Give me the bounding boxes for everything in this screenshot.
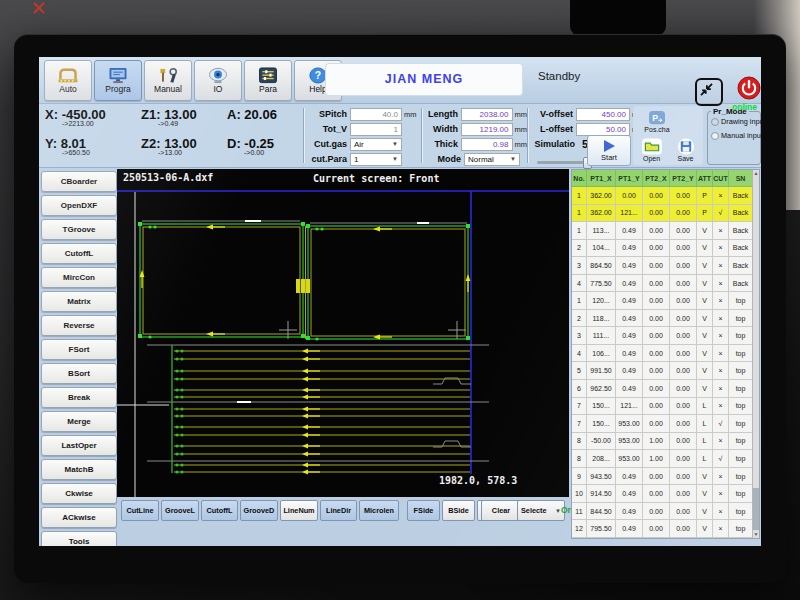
table-row[interactable]: 3111...0.490.000.00V×top [572, 327, 753, 345]
table-row[interactable]: 1362.00121...0.000.00P√Back [572, 205, 753, 223]
chevron-down-icon: ▼ [510, 156, 516, 162]
cutoffl-button[interactable]: CutoffL [201, 500, 238, 521]
grooved-button[interactable]: GrooveD [240, 500, 278, 521]
save-button[interactable]: Save [669, 136, 702, 164]
table-cell: top [729, 310, 753, 328]
table-cell: 0.49 [616, 362, 643, 380]
microlen-button[interactable]: Microlen [359, 500, 399, 521]
table-cell: V [697, 380, 713, 398]
mode-dropdown[interactable]: Normal▼ [464, 153, 520, 166]
cutline-button[interactable]: CutLine [121, 500, 159, 521]
table-row[interactable]: 1362.000.000.000.00P×Back [572, 187, 753, 205]
table-row[interactable]: 4775.500.490.000.00V×Back [572, 275, 753, 293]
sidebar-item-break[interactable]: Break [41, 387, 117, 408]
restore-window-button[interactable] [695, 78, 723, 106]
cut-list-table: No.PT1_XPT1_YPT2_XPT2_YATTCUTSN 1362.000… [571, 169, 760, 539]
table-row[interactable]: 3864.500.490.000.00V×Back [572, 257, 753, 275]
sidebar-item-matrix[interactable]: Matrix [41, 291, 117, 312]
loffset-field[interactable]: 50.00 [576, 123, 630, 136]
radio-manual-input[interactable]: Manual input [711, 131, 758, 140]
axis-y-readout: Y: 8.01 ->650.50 [45, 136, 141, 165]
table-row[interactable]: 10914.500.490.000.00V×top [572, 485, 753, 503]
radio-drawing-input[interactable]: Drawing inpu [711, 117, 758, 126]
table-row[interactable]: 1120...0.490.000.00V×top [572, 292, 753, 310]
table-cell: Back [729, 275, 753, 293]
monitor-stand [336, 584, 466, 600]
bside-button[interactable]: BSide [442, 500, 475, 521]
sidebar-item-fsort[interactable]: FSort [41, 339, 117, 360]
table-cell: × [713, 327, 729, 345]
table-row[interactable]: 7150...953.000.000.00L√top [572, 415, 753, 433]
length-field[interactable]: 2038.00 [461, 108, 513, 121]
start-button[interactable]: Start [587, 135, 631, 166]
toolbar-button-io[interactable]: IO [194, 60, 242, 101]
table-cell: 1.00 [643, 433, 670, 451]
table-cell: 0.00 [643, 292, 670, 310]
sidebar-item-lastoper[interactable]: LastOper [41, 435, 117, 456]
scroll-down-icon[interactable]: ▼ [753, 531, 759, 538]
linenum-button[interactable]: LineNum [280, 500, 318, 521]
voffset-label: V-offset [531, 109, 576, 119]
table-cell: 4 [572, 275, 587, 293]
table-row[interactable]: 7150...121...0.000.00L×top [572, 398, 753, 416]
toolbar-button-para[interactable]: Para [244, 60, 292, 101]
table-row[interactable]: 11844.500.490.000.00V×top [572, 503, 753, 521]
table-row[interactable]: 2118...0.490.000.00V×top [572, 310, 753, 328]
sidebar-item-opendxf[interactable]: OpenDXF [41, 195, 117, 216]
clear-button[interactable]: Clear [481, 500, 521, 521]
thick-field[interactable]: 0.98 [461, 138, 513, 151]
sidebar-item-ackwise[interactable]: ACkwise [41, 507, 117, 528]
table-row[interactable]: 12795.500.490.000.00V×top [572, 520, 753, 538]
power-button[interactable] [737, 76, 761, 100]
sidebar-item-matchb[interactable]: MatchB [41, 459, 117, 480]
sidebar-item-tools[interactable]: Tools [41, 531, 117, 546]
sidebar-item-reverse[interactable]: Reverse [41, 315, 117, 336]
sidebar-item-tgroove[interactable]: TGroove [41, 219, 117, 240]
groovel-button[interactable]: GrooveL [161, 500, 199, 521]
voffset-field[interactable]: 450.00 [576, 108, 630, 121]
width-label: Width [427, 124, 461, 134]
table-cell: 844.50 [587, 503, 616, 521]
table-cell: 11 [572, 503, 587, 521]
sidebar-item-cboarder[interactable]: CBoarder [41, 171, 117, 192]
pos-change-button[interactable]: P Pos.cha [637, 107, 677, 136]
column-header: PT1_X [587, 170, 616, 187]
toolbar-button-progra[interactable]: Progra [94, 60, 142, 101]
spitch-field[interactable]: 40.0 [350, 108, 402, 121]
table-row[interactable]: 8-50.00953.001.000.00L×top [572, 433, 753, 451]
table-row[interactable]: 6962.500.490.000.00V×top [572, 380, 753, 398]
table-row[interactable]: 2104...0.490.000.00V×Back [572, 240, 753, 258]
width-field[interactable]: 1219.00 [461, 123, 513, 136]
totv-field[interactable]: 1 [350, 123, 402, 136]
table-row[interactable]: 4106...0.490.000.00V×top [572, 345, 753, 363]
cutpara-dropdown[interactable]: 1▼ [350, 153, 402, 166]
table-cell: 121... [616, 205, 643, 223]
sidebar-item-merge[interactable]: Merge [41, 411, 117, 432]
sidebar-item-cutoffl[interactable]: CutoffL [41, 243, 117, 264]
toolbar-button-manual[interactable]: Manual [144, 60, 192, 101]
table-row[interactable]: 1113...0.490.000.00V×Back [572, 222, 753, 240]
table-row[interactable]: 8208...953.001.000.00L√top [572, 450, 753, 468]
table-cell: 914.50 [587, 485, 616, 503]
scroll-thumb[interactable] [753, 488, 759, 530]
scroll-up-icon[interactable]: ▲ [753, 170, 759, 177]
select-dropdown[interactable]: Selecte ▼ [517, 500, 565, 521]
toolbar-button-auto[interactable]: Auto [44, 60, 92, 101]
table-cell: 0.00 [670, 205, 697, 223]
table-row[interactable]: 5991.500.490.000.00V×top [572, 362, 753, 380]
toolbar-button-label: Manual [154, 84, 182, 94]
drawing-canvas[interactable]: 250513-06-A.dxf Current screen: Front [117, 169, 569, 497]
linedir-button[interactable]: LineDir [320, 500, 357, 521]
sidebar-item-mirccon[interactable]: MircCon [41, 267, 117, 288]
open-button[interactable]: Open [635, 136, 668, 164]
sidebar-item-bsort[interactable]: BSort [41, 363, 117, 384]
cutgas-dropdown[interactable]: Air▼ [350, 138, 402, 151]
tools-icon [157, 67, 179, 84]
fside-button[interactable]: FSide [407, 500, 440, 521]
table-cell: × [713, 468, 729, 486]
table-row[interactable]: 9943.500.490.000.00V×top [572, 468, 753, 486]
sidebar-item-ckwise[interactable]: Ckwise [41, 483, 117, 504]
table-scrollbar[interactable]: ▲ ▼ [752, 170, 759, 538]
table-cell: L [697, 433, 713, 451]
table-cell: 1 [572, 222, 587, 240]
